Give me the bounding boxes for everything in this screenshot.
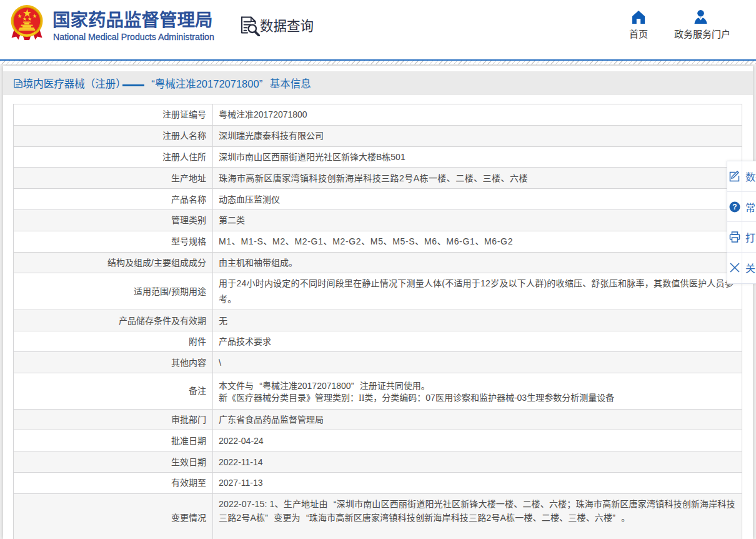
- svg-text:?: ?: [732, 203, 737, 211]
